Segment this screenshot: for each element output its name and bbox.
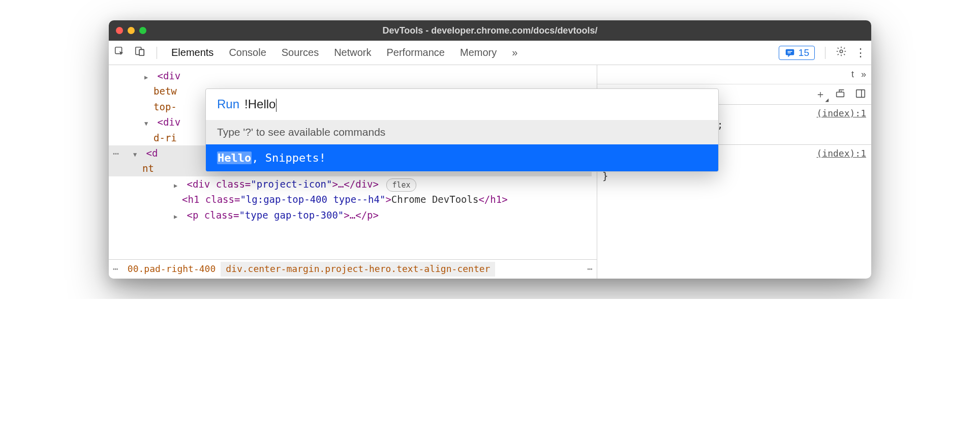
toolbar-right: 15 ⋮ [779, 46, 866, 60]
dom-attr-value: "type gap-top-300" [239, 209, 344, 221]
command-result-selected[interactable]: Hello, Snippets! [206, 144, 718, 171]
minimize-window-button[interactable] [128, 27, 135, 34]
more-icon[interactable]: ⋮ [855, 46, 866, 59]
settings-icon[interactable] [836, 46, 847, 59]
command-hint: Type '?' to see available commands [206, 120, 718, 144]
dom-fragment: </h1> [478, 194, 507, 205]
dom-fragment: <div class= [187, 178, 251, 190]
tab-performance[interactable]: Performance [384, 45, 448, 60]
command-result-match: Hello [217, 152, 252, 164]
console-message-count[interactable]: 15 [779, 46, 815, 60]
disclosure-triangle-icon[interactable] [144, 114, 151, 130]
devtools-toolbar: Elements Console Sources Network Perform… [109, 41, 871, 65]
disclosure-triangle-icon[interactable] [133, 145, 140, 161]
command-query-text: !Hello [244, 97, 275, 111]
text-caret [276, 99, 277, 112]
window-titlebar: DevTools - developer.chrome.com/docs/dev… [109, 20, 871, 41]
css-source-link[interactable]: (index):1 [816, 148, 866, 159]
toolbar-separator [825, 47, 825, 59]
dom-fragment: nt [142, 163, 154, 174]
dom-fragment: <d [146, 147, 158, 159]
dom-text: Chrome DevTools [391, 194, 479, 205]
command-menu: Run !Hello Type '?' to see available com… [205, 88, 719, 172]
dom-fragment: <div [157, 116, 180, 128]
devtools-body: <div betw top- <div d-ri <d nt [109, 65, 871, 279]
command-result-rest: , Snippets! [252, 152, 326, 164]
dom-fragment: top- [154, 101, 177, 112]
svg-rect-4 [786, 49, 794, 55]
breadcrumb-item-selected[interactable]: div.center-margin.project-hero.text-alig… [221, 262, 495, 277]
disclosure-triangle-icon[interactable] [144, 68, 151, 83]
breadcrumb-item[interactable]: 00.pad-right-400 [122, 262, 221, 277]
svg-point-5 [840, 50, 843, 53]
svg-rect-7 [856, 89, 865, 97]
tab-memory[interactable]: Memory [457, 45, 500, 60]
command-input-row[interactable]: Run !Hello [206, 89, 718, 120]
dom-fragment: d-ri [154, 132, 177, 143]
dom-fragment: <div [157, 70, 180, 81]
devtools-window: DevTools - developer.chrome.com/docs/dev… [109, 20, 871, 279]
toolbar-separator [157, 47, 157, 59]
dom-fragment: betw [154, 85, 177, 97]
flex-badge[interactable]: flex [386, 178, 416, 192]
dom-fragment: <h1 class= [182, 194, 240, 205]
breadcrumb-overflow-left[interactable]: ⋯ [109, 262, 122, 277]
breadcrumb-overflow-right[interactable]: ⋯ [583, 262, 597, 277]
toggle-computed-sidebar-icon[interactable] [855, 88, 866, 101]
dom-fragment: <p class= [187, 209, 239, 221]
svg-rect-6 [837, 92, 844, 97]
device-toggle-icon[interactable] [134, 46, 145, 59]
tab-sources[interactable]: Sources [279, 45, 322, 60]
inspect-element-icon[interactable] [114, 46, 125, 59]
styles-subtab-truncated[interactable]: t [851, 69, 854, 80]
dom-attr-value: "lg:gap-top-400 type--h4" [240, 194, 385, 205]
command-input[interactable]: !Hello [244, 97, 277, 112]
css-brace: } [602, 170, 608, 181]
disclosure-triangle-icon[interactable] [174, 176, 181, 192]
dom-fragment: >…</p> [344, 209, 379, 221]
tab-console[interactable]: Console [226, 45, 269, 60]
styles-subtabs-overflow-icon[interactable]: » [861, 69, 866, 80]
css-source-link[interactable]: (index):1 [816, 108, 866, 118]
svg-rect-2 [139, 49, 144, 55]
new-style-rule-icon[interactable]: ＋◢ [815, 87, 825, 101]
close-window-button[interactable] [116, 27, 123, 34]
disclosure-triangle-icon[interactable] [174, 207, 181, 223]
tab-network[interactable]: Network [331, 45, 374, 60]
console-message-count-value: 15 [799, 47, 809, 58]
toggle-common-rendering-icon[interactable] [835, 88, 846, 101]
dom-close-bracket: > [385, 194, 391, 205]
traffic-lights [116, 27, 146, 34]
dom-fragment: >…</div> [332, 178, 379, 190]
window-title: DevTools - developer.chrome.com/docs/dev… [109, 25, 871, 36]
tab-elements[interactable]: Elements [168, 45, 217, 60]
zoom-window-button[interactable] [139, 27, 146, 34]
tabs-overflow-icon[interactable]: » [509, 45, 520, 60]
command-prefix: Run [217, 97, 239, 111]
styles-subtabs: t » [597, 65, 871, 84]
dom-attr-value: "project-icon" [251, 178, 332, 190]
dom-breadcrumb: ⋯ 00.pad-right-400 div.center-margin.pro… [109, 259, 597, 279]
